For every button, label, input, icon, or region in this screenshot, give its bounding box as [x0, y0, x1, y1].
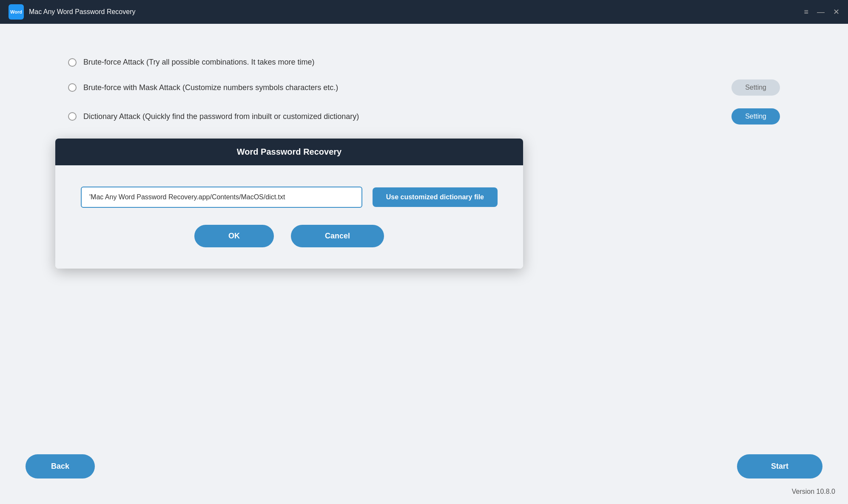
version-label: Version 10.8.0 [792, 488, 835, 496]
cancel-button[interactable]: Cancel [291, 225, 384, 247]
radio-brute-mask[interactable] [68, 83, 77, 92]
attack-option-brute-mask: Brute-force with Mask Attack (Customize … [68, 79, 780, 96]
titlebar: Word Mac Any Word Password Recovery ≡ — … [0, 0, 848, 24]
setting-btn-brute-mask[interactable]: Setting [731, 79, 780, 96]
dialog-header: Word Password Recovery [55, 139, 523, 165]
dictionary-label: Dictionary Attack (Quickly find the pass… [83, 112, 731, 121]
ok-button[interactable]: OK [194, 225, 274, 247]
dialog-body: Use customized dictionary file OK Cancel [55, 165, 523, 269]
bottom-bar: Back Start [26, 454, 822, 479]
window-controls: ≡ — ✕ [804, 8, 839, 16]
start-button[interactable]: Start [737, 454, 822, 479]
dialog-actions: OK Cancel [81, 225, 498, 247]
radio-brute-force[interactable] [68, 58, 77, 67]
app-icon: Word [9, 4, 24, 20]
brute-force-label: Brute-force Attack (Try all possible com… [83, 58, 780, 67]
app-title: Mac Any Word Password Recovery [29, 8, 135, 16]
radio-dictionary[interactable] [68, 112, 77, 121]
back-button[interactable]: Back [26, 454, 95, 479]
menu-button[interactable]: ≡ [804, 8, 808, 16]
setting-btn-dictionary[interactable]: Setting [731, 108, 780, 125]
dialog-title: Word Password Recovery [237, 147, 341, 156]
dialog-input-row: Use customized dictionary file [81, 187, 498, 208]
dict-path-input[interactable] [81, 187, 362, 208]
attack-option-dictionary: Dictionary Attack (Quickly find the pass… [68, 108, 780, 125]
use-customized-dict-button[interactable]: Use customized dictionary file [373, 187, 498, 207]
main-content: Brute-force Attack (Try all possible com… [0, 24, 848, 504]
close-button[interactable]: ✕ [833, 8, 839, 16]
minimize-button[interactable]: — [817, 8, 825, 16]
app-icon-label: Word [10, 9, 22, 14]
word-password-recovery-dialog: Word Password Recovery Use customized di… [55, 139, 523, 269]
attack-option-brute-force: Brute-force Attack (Try all possible com… [68, 58, 780, 67]
brute-mask-label: Brute-force with Mask Attack (Customize … [83, 83, 731, 92]
